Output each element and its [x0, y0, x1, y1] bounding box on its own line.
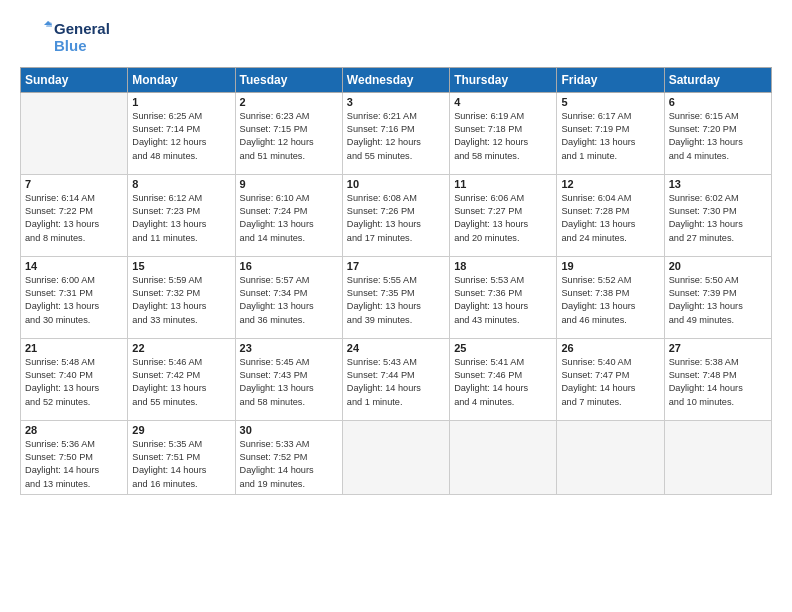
calendar-cell: 14Sunrise: 6:00 AMSunset: 7:31 PMDayligh…	[21, 256, 128, 338]
page-header: General Blue	[20, 20, 772, 55]
day-info: Sunrise: 5:43 AMSunset: 7:44 PMDaylight:…	[347, 356, 445, 409]
day-info: Sunrise: 6:15 AMSunset: 7:20 PMDaylight:…	[669, 110, 767, 163]
day-number: 16	[240, 260, 338, 272]
calendar-cell: 22Sunrise: 5:46 AMSunset: 7:42 PMDayligh…	[128, 338, 235, 420]
day-number: 24	[347, 342, 445, 354]
day-info: Sunrise: 6:14 AMSunset: 7:22 PMDaylight:…	[25, 192, 123, 245]
day-number: 9	[240, 178, 338, 190]
day-number: 18	[454, 260, 552, 272]
day-number: 25	[454, 342, 552, 354]
day-info: Sunrise: 5:55 AMSunset: 7:35 PMDaylight:…	[347, 274, 445, 327]
day-number: 19	[561, 260, 659, 272]
calendar-cell: 20Sunrise: 5:50 AMSunset: 7:39 PMDayligh…	[664, 256, 771, 338]
day-number: 13	[669, 178, 767, 190]
calendar-day-header: Friday	[557, 67, 664, 92]
day-number: 8	[132, 178, 230, 190]
logo-svg	[20, 21, 52, 53]
calendar-cell: 8Sunrise: 6:12 AMSunset: 7:23 PMDaylight…	[128, 174, 235, 256]
day-info: Sunrise: 5:59 AMSunset: 7:32 PMDaylight:…	[132, 274, 230, 327]
day-info: Sunrise: 5:48 AMSunset: 7:40 PMDaylight:…	[25, 356, 123, 409]
calendar-day-header: Sunday	[21, 67, 128, 92]
day-info: Sunrise: 6:21 AMSunset: 7:16 PMDaylight:…	[347, 110, 445, 163]
day-number: 6	[669, 96, 767, 108]
calendar-cell: 30Sunrise: 5:33 AMSunset: 7:52 PMDayligh…	[235, 420, 342, 494]
calendar-cell	[342, 420, 449, 494]
calendar-cell: 10Sunrise: 6:08 AMSunset: 7:26 PMDayligh…	[342, 174, 449, 256]
calendar-cell: 12Sunrise: 6:04 AMSunset: 7:28 PMDayligh…	[557, 174, 664, 256]
calendar-cell: 28Sunrise: 5:36 AMSunset: 7:50 PMDayligh…	[21, 420, 128, 494]
calendar-cell: 7Sunrise: 6:14 AMSunset: 7:22 PMDaylight…	[21, 174, 128, 256]
calendar-cell: 25Sunrise: 5:41 AMSunset: 7:46 PMDayligh…	[450, 338, 557, 420]
calendar-cell: 3Sunrise: 6:21 AMSunset: 7:16 PMDaylight…	[342, 92, 449, 174]
calendar-header-row: SundayMondayTuesdayWednesdayThursdayFrid…	[21, 67, 772, 92]
day-number: 30	[240, 424, 338, 436]
day-number: 28	[25, 424, 123, 436]
calendar-cell: 2Sunrise: 6:23 AMSunset: 7:15 PMDaylight…	[235, 92, 342, 174]
day-number: 20	[669, 260, 767, 272]
day-info: Sunrise: 6:04 AMSunset: 7:28 PMDaylight:…	[561, 192, 659, 245]
day-info: Sunrise: 5:57 AMSunset: 7:34 PMDaylight:…	[240, 274, 338, 327]
day-number: 3	[347, 96, 445, 108]
calendar-day-header: Tuesday	[235, 67, 342, 92]
day-info: Sunrise: 5:46 AMSunset: 7:42 PMDaylight:…	[132, 356, 230, 409]
calendar-cell	[557, 420, 664, 494]
day-number: 14	[25, 260, 123, 272]
day-info: Sunrise: 6:02 AMSunset: 7:30 PMDaylight:…	[669, 192, 767, 245]
calendar-cell: 5Sunrise: 6:17 AMSunset: 7:19 PMDaylight…	[557, 92, 664, 174]
day-info: Sunrise: 5:50 AMSunset: 7:39 PMDaylight:…	[669, 274, 767, 327]
day-number: 22	[132, 342, 230, 354]
day-info: Sunrise: 5:33 AMSunset: 7:52 PMDaylight:…	[240, 438, 338, 491]
day-number: 29	[132, 424, 230, 436]
day-info: Sunrise: 5:41 AMSunset: 7:46 PMDaylight:…	[454, 356, 552, 409]
calendar-cell: 15Sunrise: 5:59 AMSunset: 7:32 PMDayligh…	[128, 256, 235, 338]
day-number: 26	[561, 342, 659, 354]
day-number: 1	[132, 96, 230, 108]
day-info: Sunrise: 6:17 AMSunset: 7:19 PMDaylight:…	[561, 110, 659, 163]
day-number: 12	[561, 178, 659, 190]
calendar-cell: 21Sunrise: 5:48 AMSunset: 7:40 PMDayligh…	[21, 338, 128, 420]
logo-blue: Blue	[54, 37, 110, 54]
day-number: 5	[561, 96, 659, 108]
calendar-cell	[450, 420, 557, 494]
calendar-cell: 16Sunrise: 5:57 AMSunset: 7:34 PMDayligh…	[235, 256, 342, 338]
day-info: Sunrise: 6:12 AMSunset: 7:23 PMDaylight:…	[132, 192, 230, 245]
day-number: 4	[454, 96, 552, 108]
day-info: Sunrise: 5:53 AMSunset: 7:36 PMDaylight:…	[454, 274, 552, 327]
day-info: Sunrise: 5:36 AMSunset: 7:50 PMDaylight:…	[25, 438, 123, 491]
calendar-cell: 9Sunrise: 6:10 AMSunset: 7:24 PMDaylight…	[235, 174, 342, 256]
day-info: Sunrise: 5:38 AMSunset: 7:48 PMDaylight:…	[669, 356, 767, 409]
day-number: 15	[132, 260, 230, 272]
calendar-cell: 11Sunrise: 6:06 AMSunset: 7:27 PMDayligh…	[450, 174, 557, 256]
day-info: Sunrise: 6:08 AMSunset: 7:26 PMDaylight:…	[347, 192, 445, 245]
day-info: Sunrise: 5:40 AMSunset: 7:47 PMDaylight:…	[561, 356, 659, 409]
logo: General Blue	[20, 20, 110, 55]
calendar-cell: 19Sunrise: 5:52 AMSunset: 7:38 PMDayligh…	[557, 256, 664, 338]
calendar-cell: 23Sunrise: 5:45 AMSunset: 7:43 PMDayligh…	[235, 338, 342, 420]
calendar-cell: 26Sunrise: 5:40 AMSunset: 7:47 PMDayligh…	[557, 338, 664, 420]
logo-general: General	[54, 20, 110, 37]
calendar-cell: 18Sunrise: 5:53 AMSunset: 7:36 PMDayligh…	[450, 256, 557, 338]
calendar-day-header: Saturday	[664, 67, 771, 92]
calendar-table: SundayMondayTuesdayWednesdayThursdayFrid…	[20, 67, 772, 495]
calendar-cell: 6Sunrise: 6:15 AMSunset: 7:20 PMDaylight…	[664, 92, 771, 174]
day-info: Sunrise: 6:06 AMSunset: 7:27 PMDaylight:…	[454, 192, 552, 245]
calendar-cell: 17Sunrise: 5:55 AMSunset: 7:35 PMDayligh…	[342, 256, 449, 338]
day-number: 21	[25, 342, 123, 354]
calendar-cell	[664, 420, 771, 494]
day-info: Sunrise: 6:10 AMSunset: 7:24 PMDaylight:…	[240, 192, 338, 245]
calendar-day-header: Wednesday	[342, 67, 449, 92]
day-number: 27	[669, 342, 767, 354]
day-number: 10	[347, 178, 445, 190]
calendar-cell	[21, 92, 128, 174]
day-number: 23	[240, 342, 338, 354]
calendar-cell: 1Sunrise: 6:25 AMSunset: 7:14 PMDaylight…	[128, 92, 235, 174]
day-number: 2	[240, 96, 338, 108]
calendar-cell: 4Sunrise: 6:19 AMSunset: 7:18 PMDaylight…	[450, 92, 557, 174]
day-info: Sunrise: 5:52 AMSunset: 7:38 PMDaylight:…	[561, 274, 659, 327]
day-info: Sunrise: 6:19 AMSunset: 7:18 PMDaylight:…	[454, 110, 552, 163]
calendar-cell: 24Sunrise: 5:43 AMSunset: 7:44 PMDayligh…	[342, 338, 449, 420]
day-info: Sunrise: 6:25 AMSunset: 7:14 PMDaylight:…	[132, 110, 230, 163]
calendar-day-header: Monday	[128, 67, 235, 92]
calendar-cell: 29Sunrise: 5:35 AMSunset: 7:51 PMDayligh…	[128, 420, 235, 494]
day-number: 7	[25, 178, 123, 190]
